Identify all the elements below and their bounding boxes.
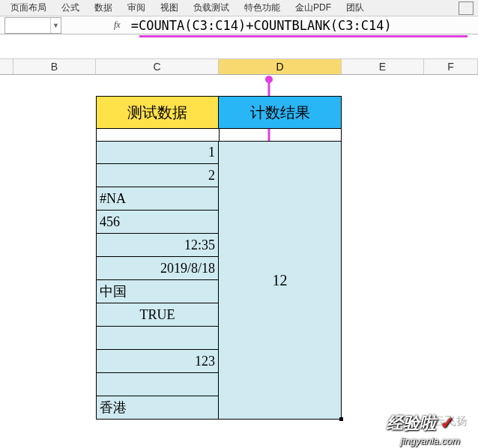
col-header-c[interactable]: C <box>96 58 219 74</box>
toolbar-icon[interactable] <box>459 1 474 15</box>
fx-label[interactable]: fx <box>61 19 128 31</box>
menu-review[interactable]: 审阅 <box>120 0 153 16</box>
name-box[interactable]: ▼ <box>4 17 61 34</box>
header-test-data[interactable]: 测试数据 <box>96 96 219 129</box>
menu-formula[interactable]: 公式 <box>54 0 87 16</box>
menu-data[interactable]: 数据 <box>87 0 120 16</box>
watermark-brand: 经验啦 ✓ <box>387 412 454 435</box>
select-all-corner[interactable] <box>0 58 13 74</box>
data-cell[interactable]: 香港 <box>96 396 219 420</box>
data-cell[interactable]: 中国 <box>96 280 219 303</box>
chevron-down-icon[interactable]: ▼ <box>50 18 61 33</box>
menu-page-layout[interactable]: 页面布局 <box>3 0 54 16</box>
svg-point-0 <box>265 76 273 83</box>
data-table: 测试数据 计数结果 12#NA45612:352019/8/18中国TRUE12… <box>96 96 342 420</box>
menu-loadtest[interactable]: 负载测试 <box>186 0 237 16</box>
formula-bar: ▼ fx <box>0 16 478 34</box>
formula-input[interactable] <box>128 18 478 33</box>
data-cell[interactable]: 1 <box>96 141 219 164</box>
highlight-underline <box>139 35 468 37</box>
col-header-f[interactable]: F <box>424 58 478 74</box>
data-cell[interactable]: 12:35 <box>96 234 219 257</box>
header-count-result[interactable]: 计数结果 <box>219 96 342 129</box>
menu-special[interactable]: 特色功能 <box>237 0 288 16</box>
data-cell[interactable]: 2 <box>96 164 219 187</box>
data-cell[interactable]: 2019/8/18 <box>96 257 219 280</box>
menu-pdf[interactable]: 金山PDF <box>288 0 339 16</box>
col-header-b[interactable]: B <box>13 58 96 74</box>
fill-handle[interactable] <box>339 417 343 421</box>
menu-team[interactable]: 团队 <box>339 0 372 16</box>
data-column: 12#NA45612:352019/8/18中国TRUE123香港 <box>96 141 219 420</box>
col-header-e[interactable]: E <box>342 58 424 74</box>
result-cell[interactable]: 12 <box>219 141 342 420</box>
result-value: 12 <box>273 272 288 289</box>
watermark-url: jingyanla.com <box>401 435 461 447</box>
check-icon: ✓ <box>441 414 454 432</box>
data-cell[interactable]: TRUE <box>96 303 219 327</box>
data-cell[interactable] <box>96 327 219 350</box>
menubar: 页面布局 公式 数据 审阅 视图 负载测试 特色功能 金山PDF 团队 <box>0 0 478 16</box>
data-cell[interactable] <box>96 373 219 396</box>
column-headers: B C D E F <box>0 58 478 75</box>
data-cell[interactable]: 123 <box>96 350 219 373</box>
data-cell[interactable]: 456 <box>96 211 219 234</box>
menu-view[interactable]: 视图 <box>153 0 186 16</box>
data-cell[interactable]: #NA <box>96 187 219 211</box>
col-header-d[interactable]: D <box>219 58 342 74</box>
